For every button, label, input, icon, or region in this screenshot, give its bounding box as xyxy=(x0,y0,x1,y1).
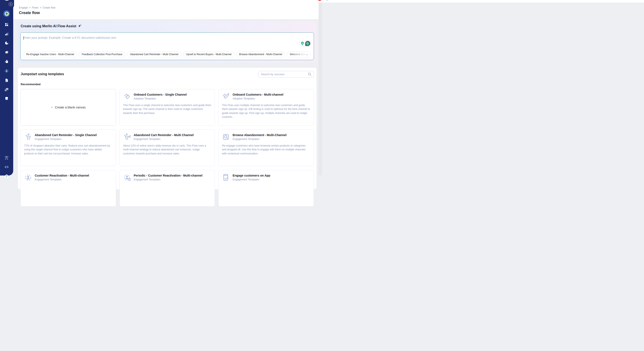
person-ring-clock-icon xyxy=(123,173,131,176)
template-card[interactable]: Customer Reactivation - Multi-channel En… xyxy=(20,170,116,176)
prompt-chip-truncated[interactable]: Welcome Cus › xyxy=(287,52,310,57)
handshake-icon xyxy=(123,92,131,100)
prompt-chip[interactable]: Upsell to Recent Buyers - Multi-Channel xyxy=(183,52,234,57)
analytics-bars-icon xyxy=(4,32,9,36)
collapse-chevron-icon xyxy=(10,3,12,5)
sidebar xyxy=(0,0,13,176)
recommended-label: Recommended xyxy=(21,83,40,86)
sidebar-item-dashboard[interactable] xyxy=(0,22,13,27)
breadcrumb-engage[interactable]: Engage xyxy=(19,6,28,9)
card-category: Adoption Templates xyxy=(232,97,283,100)
prompt-chip[interactable]: Feedback Collection Post-Purchase xyxy=(79,52,126,57)
templates-stack-icon xyxy=(4,87,9,92)
suggested-prompts: Re-Engage Inactive Users - Multi-Channel… xyxy=(23,51,311,58)
template-card[interactable]: Onboard Customers - Multi-channel Adopti… xyxy=(218,89,314,126)
template-card[interactable]: Abandoned Cart Reminder - Single Channel… xyxy=(20,130,116,166)
sidebar-item-settings[interactable] xyxy=(0,173,13,176)
sidebar-item-data[interactable] xyxy=(0,96,13,101)
card-category: Engagement Templates xyxy=(134,138,194,140)
developer-code-icon xyxy=(4,165,9,169)
person-ring-icon xyxy=(24,173,32,176)
top-bar xyxy=(13,0,322,2)
chevron-right-icon[interactable]: › xyxy=(306,53,308,56)
sidebar-item-flows[interactable] xyxy=(0,59,13,64)
template-card[interactable]: Abandoned Cart Reminder - Multi Channel … xyxy=(120,130,215,166)
scrollbar[interactable] xyxy=(318,2,322,176)
template-card[interactable]: Browse Abandonment - Multi-Channel Engag… xyxy=(218,130,314,166)
card-title: Engage customers on App xyxy=(232,174,270,176)
cart-multichannel-icon xyxy=(123,133,131,141)
templates-panel: Jumpstart using templates Recommended + … xyxy=(18,68,316,176)
data-database-icon xyxy=(4,96,9,101)
card-description: Re-engage customers who have browsed cer… xyxy=(222,144,310,156)
prompt-chip[interactable]: Re-Engage Inactive Users - Multi-Channel xyxy=(23,52,77,57)
campaigns-megaphone-icon xyxy=(4,50,9,54)
breadcrumb-flows[interactable]: Flows xyxy=(32,6,38,9)
card-title: Onboard Customers - Single Channel xyxy=(134,93,187,96)
template-card[interactable]: Periodic - Customer Reactivation - Multi… xyxy=(120,170,215,176)
logo xyxy=(4,0,10,2)
template-grid: + Create a blank canvas Onboard Customer… xyxy=(20,89,314,176)
create-blank-canvas-card[interactable]: + Create a blank canvas xyxy=(20,89,116,126)
handshake-multichannel-icon xyxy=(222,92,230,100)
sidebar-item-integrations[interactable] xyxy=(0,156,13,160)
card-title: Abandoned Cart Reminder - Multi Channel xyxy=(134,133,194,137)
prompt-chip[interactable]: Browse Abandonment - Multi-Channel xyxy=(236,52,285,57)
notification-red-dot[interactable] xyxy=(318,0,322,1)
card-title: Onboard Customers - Multi-channel xyxy=(232,93,283,96)
card-description: About 12% of online store's daily revenu… xyxy=(123,144,212,156)
plus-icon: + xyxy=(51,105,53,110)
prompt-input[interactable] xyxy=(24,36,215,44)
sidebar-item-segments[interactable] xyxy=(0,41,13,45)
page-header: Engage > Flows > Create flow Create flow xyxy=(13,2,318,19)
sidebar-item-templates[interactable] xyxy=(0,87,13,92)
card-title: Customer Reactivation - Multi-channel xyxy=(35,174,89,176)
sidebar-item-audience[interactable] xyxy=(0,68,13,73)
merlin-heading: Create using Merlin AI Flow Assist xyxy=(21,24,82,28)
sidebar-item-content[interactable] xyxy=(0,78,13,83)
prompt-chip[interactable]: Abandoned Cart Reminder - Multi Channel xyxy=(127,52,182,57)
grammarly-widget[interactable]: G xyxy=(299,40,311,47)
search-icon[interactable] xyxy=(308,72,312,76)
breadcrumb-current: Create flow xyxy=(42,6,56,9)
card-category: Adoption Templates xyxy=(134,97,187,100)
merlin-ai-panel: Create using Merlin AI Flow Assist G Re-… xyxy=(18,21,316,62)
template-card[interactable]: Onboard Customers - Single Channel Adopt… xyxy=(120,89,215,126)
integrations-hub-icon xyxy=(4,156,9,160)
browse-search-icon xyxy=(222,133,230,141)
app-engage-icon xyxy=(222,173,230,176)
usecase-search xyxy=(258,71,314,78)
breadcrumb: Engage > Flows > Create flow xyxy=(19,6,55,9)
content-document-icon xyxy=(4,78,9,83)
sidebar-item-create[interactable] xyxy=(0,10,13,17)
dashboard-grid-icon xyxy=(4,22,9,27)
breadcrumb-separator: > xyxy=(40,6,41,9)
page-title: Create flow xyxy=(19,11,40,15)
template-card[interactable]: Engage customers on App Engagement Templ… xyxy=(218,170,314,176)
search-input[interactable] xyxy=(258,73,308,76)
sidebar-item-campaigns[interactable] xyxy=(0,50,13,54)
sidebar-item-analytics[interactable] xyxy=(0,32,13,36)
sidebar-item-developer[interactable] xyxy=(0,165,13,169)
automation-stopwatch-icon xyxy=(4,59,9,64)
sidebar-expand-button[interactable] xyxy=(9,2,13,6)
sparkles-icon xyxy=(78,24,82,28)
segments-pie-icon xyxy=(4,41,9,45)
card-title: Periodic - Customer Reactivation - Multi… xyxy=(134,174,202,176)
lightbulb-icon xyxy=(300,41,304,46)
card-category: Engagement Templates xyxy=(232,138,286,140)
create-plus-icon xyxy=(3,10,10,17)
card-description: This Flow uses multiple channels to welc… xyxy=(222,103,310,119)
card-category: Engagement Templates xyxy=(35,138,97,140)
audience-target-icon xyxy=(4,68,9,73)
cart-icon xyxy=(24,133,32,141)
settings-gear-icon xyxy=(4,173,9,176)
templates-heading: Jumpstart using templates xyxy=(21,72,64,76)
card-title: Abandoned Cart Reminder - Single Channel xyxy=(35,133,97,137)
grammarly-g-icon: G xyxy=(305,41,310,46)
breadcrumb-separator: > xyxy=(29,6,30,9)
card-title: Browse Abandonment - Multi-Channel xyxy=(232,133,286,137)
prompt-box: G Re-Engage Inactive Users - Multi-Chann… xyxy=(20,32,314,60)
card-description: 77% of shoppers abandon their carts. Red… xyxy=(24,144,112,156)
card-description: This Flow uses a single channel to welco… xyxy=(123,103,212,115)
